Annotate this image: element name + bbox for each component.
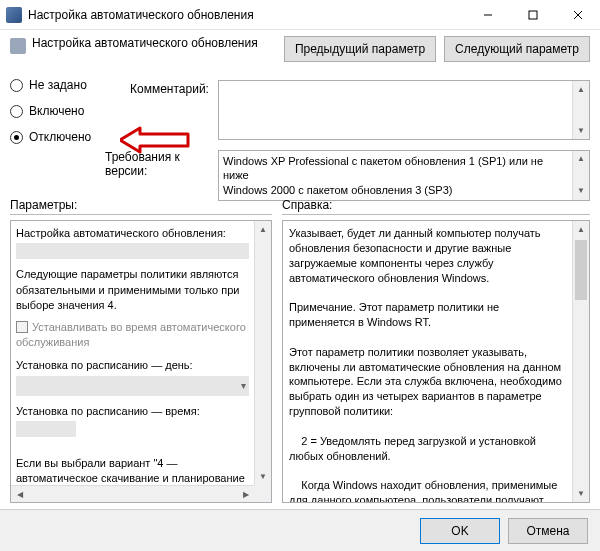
scroll-down-icon[interactable]: ▼ — [255, 468, 271, 485]
help-paragraph: Этот параметр политики позволяет указыва… — [289, 345, 567, 419]
cancel-button[interactable]: Отмена — [508, 518, 588, 544]
scrollbar-vertical[interactable]: ▲ ▼ — [572, 221, 589, 502]
app-icon — [6, 7, 22, 23]
radio-label: Включено — [29, 104, 84, 118]
scroll-up-icon[interactable]: ▲ — [255, 221, 271, 238]
scroll-down-icon[interactable]: ▼ — [573, 122, 589, 139]
scroll-corner — [254, 485, 271, 502]
scroll-thumb[interactable] — [575, 240, 587, 300]
subheader: Настройка автоматического обновления Пре… — [0, 30, 600, 72]
chevron-down-icon: ▾ — [241, 379, 246, 393]
help-text: Указывает, будет ли данный компьютер пол… — [289, 226, 567, 497]
scroll-left-icon[interactable]: ◀ — [11, 486, 28, 503]
window-title: Настройка автоматического обновления — [28, 8, 465, 22]
schedule-time-label: Установка по расписанию — время: — [16, 404, 249, 419]
scroll-up-icon[interactable]: ▲ — [573, 81, 589, 98]
params-panel: Настройка автоматического обновления: Сл… — [10, 220, 272, 503]
supported-on-box: Windows XP Professional с пакетом обновл… — [218, 150, 590, 201]
supported-on-label: Требования к версии: — [105, 150, 210, 178]
radio-icon — [10, 79, 23, 92]
scrollbar-vertical[interactable]: ▲ ▼ — [254, 221, 271, 485]
help-paragraph: Указывает, будет ли данный компьютер пол… — [289, 226, 567, 285]
scrollbar-horizontal[interactable]: ◀ ▶ — [11, 485, 254, 502]
schedule-time-dropdown[interactable] — [16, 421, 76, 437]
maximize-button[interactable] — [510, 0, 555, 30]
scroll-down-icon[interactable]: ▼ — [573, 485, 589, 502]
schedule-day-label: Установка по расписанию — день: — [16, 358, 249, 373]
scrollbar-vertical[interactable]: ▲ ▼ — [572, 151, 589, 200]
state-radio-group: Не задано Включено Отключено — [10, 78, 91, 144]
help-paragraph: 2 = Уведомлять перед загрузкой и установ… — [289, 434, 567, 464]
checkbox-label: Устанавливать во время автоматического о… — [16, 321, 246, 348]
supported-on-line: Windows XP Professional с пакетом обновл… — [223, 154, 569, 183]
scroll-up-icon[interactable]: ▲ — [573, 151, 589, 168]
comment-textarea[interactable]: ▲ ▼ — [218, 80, 590, 140]
radio-not-configured[interactable]: Не задано — [10, 78, 91, 92]
ok-button[interactable]: OK — [420, 518, 500, 544]
scrollbar-vertical[interactable]: ▲ ▼ — [572, 81, 589, 139]
minimize-button[interactable] — [465, 0, 510, 30]
help-paragraph: Когда Windows находит обновления, примен… — [289, 478, 567, 503]
close-button[interactable] — [555, 0, 600, 30]
install-maintenance-checkbox[interactable]: Устанавливать во время автоматического о… — [16, 320, 249, 351]
help-paragraph: Примечание. Этот параметр политики не пр… — [289, 300, 567, 330]
radio-label: Отключено — [29, 130, 91, 144]
params-heading: Настройка автоматического обновления: — [16, 226, 249, 241]
radio-enabled[interactable]: Включено — [10, 104, 91, 118]
prev-setting-button[interactable]: Предыдущий параметр — [284, 36, 436, 62]
supported-on-line: Windows 2000 с пакетом обновления 3 (SP3… — [223, 183, 569, 197]
radio-icon — [10, 131, 23, 144]
help-panel: Указывает, будет ли данный компьютер пол… — [282, 220, 590, 503]
titlebar: Настройка автоматического обновления — [0, 0, 600, 30]
comment-label: Комментарий: — [130, 80, 210, 96]
scroll-right-icon[interactable]: ▶ — [237, 486, 254, 503]
radio-icon — [10, 105, 23, 118]
params-section-label: Параметры: — [10, 198, 272, 215]
checkbox-icon — [16, 321, 28, 333]
scroll-up-icon[interactable]: ▲ — [573, 221, 589, 238]
next-setting-button[interactable]: Следующий параметр — [444, 36, 590, 62]
radio-disabled[interactable]: Отключено — [10, 130, 91, 144]
config-dropdown[interactable] — [16, 243, 249, 259]
params-note: Следующие параметры политики являются об… — [16, 267, 249, 313]
policy-title: Настройка автоматического обновления — [32, 36, 278, 50]
svg-rect-1 — [529, 11, 537, 19]
schedule-day-dropdown[interactable]: ▾ — [16, 376, 249, 396]
dialog-footer: OK Отмена — [0, 509, 600, 551]
radio-label: Не задано — [29, 78, 87, 92]
help-section-label: Справка: — [282, 198, 590, 215]
policy-icon — [10, 38, 26, 54]
